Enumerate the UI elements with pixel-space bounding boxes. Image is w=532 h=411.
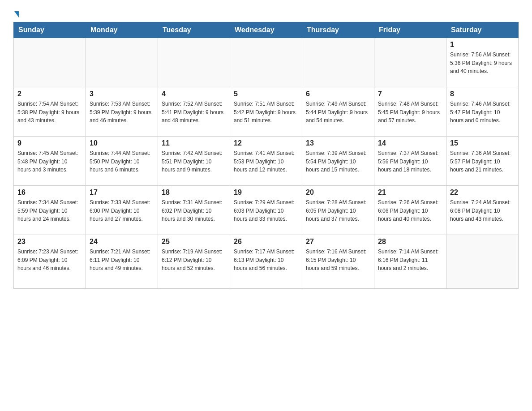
- day-info: Sunrise: 7:17 AM Sunset: 6:13 PM Dayligh…: [234, 248, 298, 273]
- calendar-cell: 2Sunrise: 7:54 AM Sunset: 5:38 PM Daylig…: [14, 87, 86, 137]
- day-info: Sunrise: 7:45 AM Sunset: 5:48 PM Dayligh…: [17, 149, 82, 174]
- day-number: 13: [306, 139, 370, 147]
- calendar-cell: [302, 38, 374, 87]
- calendar-cell: 20Sunrise: 7:28 AM Sunset: 6:05 PM Dayli…: [302, 186, 374, 235]
- day-number: 3: [90, 90, 154, 98]
- day-info: Sunrise: 7:41 AM Sunset: 5:53 PM Dayligh…: [234, 149, 298, 174]
- calendar-week-4: 16Sunrise: 7:34 AM Sunset: 5:59 PM Dayli…: [14, 186, 519, 235]
- day-number: 21: [378, 188, 442, 197]
- day-number: 5: [234, 90, 298, 98]
- day-number: 16: [17, 188, 82, 197]
- day-number: 20: [306, 188, 370, 197]
- calendar-cell: 28Sunrise: 7:14 AM Sunset: 6:16 PM Dayli…: [374, 235, 446, 289]
- calendar-week-2: 2Sunrise: 7:54 AM Sunset: 5:38 PM Daylig…: [14, 87, 519, 137]
- day-info: Sunrise: 7:54 AM Sunset: 5:38 PM Dayligh…: [17, 100, 82, 125]
- calendar-cell: 11Sunrise: 7:42 AM Sunset: 5:51 PM Dayli…: [158, 137, 230, 186]
- weekday-header-monday: Monday: [86, 22, 158, 38]
- calendar-week-5: 23Sunrise: 7:23 AM Sunset: 6:09 PM Dayli…: [14, 235, 519, 289]
- day-info: Sunrise: 7:48 AM Sunset: 5:45 PM Dayligh…: [378, 100, 442, 125]
- calendar-cell: 22Sunrise: 7:24 AM Sunset: 6:08 PM Dayli…: [446, 186, 519, 235]
- weekday-header-sunday: Sunday: [14, 22, 86, 38]
- calendar-cell: 24Sunrise: 7:21 AM Sunset: 6:11 PM Dayli…: [86, 235, 158, 289]
- calendar-cell: 15Sunrise: 7:36 AM Sunset: 5:57 PM Dayli…: [446, 137, 519, 186]
- day-info: Sunrise: 7:46 AM Sunset: 5:47 PM Dayligh…: [450, 100, 515, 125]
- calendar-cell: [158, 38, 230, 87]
- day-info: Sunrise: 7:28 AM Sunset: 6:05 PM Dayligh…: [306, 198, 370, 223]
- day-info: Sunrise: 7:31 AM Sunset: 6:02 PM Dayligh…: [162, 198, 226, 223]
- day-number: 23: [17, 238, 82, 246]
- calendar-cell: 16Sunrise: 7:34 AM Sunset: 5:59 PM Dayli…: [14, 186, 86, 235]
- calendar-cell: 25Sunrise: 7:19 AM Sunset: 6:12 PM Dayli…: [158, 235, 230, 289]
- weekday-header-row: SundayMondayTuesdayWednesdayThursdayFrid…: [14, 22, 519, 38]
- weekday-header-tuesday: Tuesday: [158, 22, 230, 38]
- weekday-header-thursday: Thursday: [302, 22, 374, 38]
- weekday-header-friday: Friday: [374, 22, 446, 38]
- calendar-cell: 26Sunrise: 7:17 AM Sunset: 6:13 PM Dayli…: [230, 235, 302, 289]
- calendar-cell: 18Sunrise: 7:31 AM Sunset: 6:02 PM Dayli…: [158, 186, 230, 235]
- day-number: 7: [378, 90, 442, 98]
- day-number: 6: [306, 90, 370, 98]
- day-number: 12: [234, 139, 298, 147]
- calendar-cell: 3Sunrise: 7:53 AM Sunset: 5:39 PM Daylig…: [86, 87, 158, 137]
- calendar-cell: [230, 38, 302, 87]
- day-info: Sunrise: 7:24 AM Sunset: 6:08 PM Dayligh…: [450, 198, 515, 223]
- calendar-table: SundayMondayTuesdayWednesdayThursdayFrid…: [13, 22, 519, 289]
- day-number: 14: [378, 139, 442, 147]
- calendar-cell: 14Sunrise: 7:37 AM Sunset: 5:56 PM Dayli…: [374, 137, 446, 186]
- day-info: Sunrise: 7:37 AM Sunset: 5:56 PM Dayligh…: [378, 149, 442, 174]
- calendar-week-1: 1Sunrise: 7:56 AM Sunset: 5:36 PM Daylig…: [14, 38, 519, 87]
- day-info: Sunrise: 7:33 AM Sunset: 6:00 PM Dayligh…: [90, 198, 154, 223]
- day-info: Sunrise: 7:34 AM Sunset: 5:59 PM Dayligh…: [17, 198, 82, 223]
- calendar-cell: 19Sunrise: 7:29 AM Sunset: 6:03 PM Dayli…: [230, 186, 302, 235]
- calendar-cell: 21Sunrise: 7:26 AM Sunset: 6:06 PM Dayli…: [374, 186, 446, 235]
- weekday-header-wednesday: Wednesday: [230, 22, 302, 38]
- calendar-cell: 1Sunrise: 7:56 AM Sunset: 5:36 PM Daylig…: [446, 38, 519, 87]
- logo: [13, 11, 19, 17]
- day-info: Sunrise: 7:44 AM Sunset: 5:50 PM Dayligh…: [90, 149, 154, 174]
- day-info: Sunrise: 7:52 AM Sunset: 5:41 PM Dayligh…: [162, 100, 226, 125]
- calendar-cell: [374, 38, 446, 87]
- day-info: Sunrise: 7:39 AM Sunset: 5:54 PM Dayligh…: [306, 149, 370, 174]
- calendar-cell: [86, 38, 158, 87]
- day-number: 27: [306, 238, 370, 246]
- day-info: Sunrise: 7:14 AM Sunset: 6:16 PM Dayligh…: [378, 248, 442, 273]
- day-number: 26: [234, 238, 298, 246]
- calendar-week-3: 9Sunrise: 7:45 AM Sunset: 5:48 PM Daylig…: [14, 137, 519, 186]
- day-number: 28: [378, 238, 442, 246]
- day-number: 1: [450, 41, 515, 49]
- calendar-cell: 27Sunrise: 7:16 AM Sunset: 6:15 PM Dayli…: [302, 235, 374, 289]
- day-number: 17: [90, 188, 154, 197]
- day-number: 22: [450, 188, 515, 197]
- day-number: 9: [17, 139, 82, 147]
- day-info: Sunrise: 7:16 AM Sunset: 6:15 PM Dayligh…: [306, 248, 370, 273]
- day-info: Sunrise: 7:51 AM Sunset: 5:42 PM Dayligh…: [234, 100, 298, 125]
- day-info: Sunrise: 7:26 AM Sunset: 6:06 PM Dayligh…: [378, 198, 442, 223]
- day-info: Sunrise: 7:53 AM Sunset: 5:39 PM Dayligh…: [90, 100, 154, 125]
- calendar-cell: 8Sunrise: 7:46 AM Sunset: 5:47 PM Daylig…: [446, 87, 519, 137]
- day-number: 25: [162, 238, 226, 246]
- logo-arrow-icon: [14, 11, 19, 17]
- day-number: 4: [162, 90, 226, 98]
- calendar-cell: 6Sunrise: 7:49 AM Sunset: 5:44 PM Daylig…: [302, 87, 374, 137]
- calendar-cell: 5Sunrise: 7:51 AM Sunset: 5:42 PM Daylig…: [230, 87, 302, 137]
- day-info: Sunrise: 7:21 AM Sunset: 6:11 PM Dayligh…: [90, 248, 154, 273]
- page-header: [13, 9, 519, 17]
- day-number: 18: [162, 188, 226, 197]
- calendar-cell: 12Sunrise: 7:41 AM Sunset: 5:53 PM Dayli…: [230, 137, 302, 186]
- calendar-cell: 10Sunrise: 7:44 AM Sunset: 5:50 PM Dayli…: [86, 137, 158, 186]
- calendar-cell: 9Sunrise: 7:45 AM Sunset: 5:48 PM Daylig…: [14, 137, 86, 186]
- day-number: 19: [234, 188, 298, 197]
- day-number: 8: [450, 90, 515, 98]
- calendar-cell: [14, 38, 86, 87]
- calendar-cell: [446, 235, 519, 289]
- day-info: Sunrise: 7:42 AM Sunset: 5:51 PM Dayligh…: [162, 149, 226, 174]
- day-info: Sunrise: 7:49 AM Sunset: 5:44 PM Dayligh…: [306, 100, 370, 125]
- calendar-cell: 4Sunrise: 7:52 AM Sunset: 5:41 PM Daylig…: [158, 87, 230, 137]
- day-info: Sunrise: 7:19 AM Sunset: 6:12 PM Dayligh…: [162, 248, 226, 273]
- day-number: 2: [17, 90, 82, 98]
- day-number: 11: [162, 139, 226, 147]
- day-info: Sunrise: 7:36 AM Sunset: 5:57 PM Dayligh…: [450, 149, 515, 174]
- day-number: 15: [450, 139, 515, 147]
- calendar-cell: 23Sunrise: 7:23 AM Sunset: 6:09 PM Dayli…: [14, 235, 86, 289]
- weekday-header-saturday: Saturday: [446, 22, 519, 38]
